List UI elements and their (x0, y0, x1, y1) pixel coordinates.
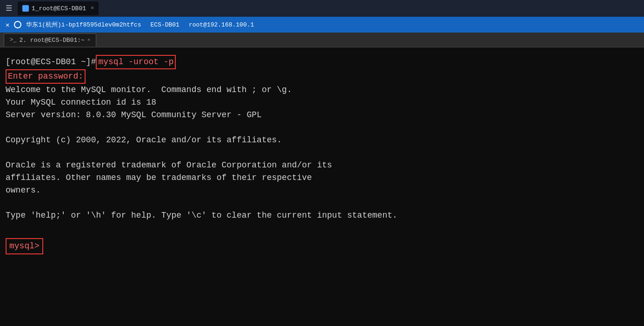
help-line: Type 'help;' or '\h' for help. Type '\c'… (6, 209, 638, 222)
empty-line-1 (6, 121, 638, 134)
toolbar-bar: ✕ 华东1(杭州)i-bp1f8595dlev0m2htfcs ECS-DB01… (0, 17, 644, 33)
tab-label: 1_root@ECS-DB01 (32, 5, 86, 12)
password-line: Enter password: (6, 69, 638, 84)
globe-icon (14, 21, 21, 28)
oracle-tm-line2: affiliates. Other names may be trademark… (6, 172, 638, 184)
prompt-line: [root@ECS-DB01 ~]# mysql -uroot -p (6, 55, 638, 69)
prompt-text: [root@ECS-DB01 ~]# (6, 56, 96, 68)
session-tab-label: 2. root@ECS-DB01:~ (19, 37, 84, 44)
title-bar: ☰ 1_root@ECS-DB01 × (0, 0, 644, 17)
terminal-area[interactable]: [root@ECS-DB01 ~]# mysql -uroot -p Enter… (0, 47, 644, 326)
session-tab-close-icon[interactable]: × (87, 37, 91, 43)
toolbar-user-label: root@192.168.100.1 (189, 21, 254, 28)
command-highlight: mysql -uroot -p (96, 55, 176, 69)
tab-icon (22, 5, 29, 12)
empty-line-4 (6, 222, 638, 234)
session-tab[interactable]: >_ 2. root@ECS-DB01:~ × (4, 33, 96, 47)
server-version-line: Server version: 8.0.30 MySQL Community S… (6, 109, 638, 121)
toolbar-disconnect-icon[interactable]: ✕ (6, 21, 9, 29)
password-highlight: Enter password: (6, 69, 86, 84)
empty-line-3 (6, 197, 638, 209)
copyright-line: Copyright (c) 2000, 2022, Oracle and/or … (6, 134, 638, 146)
oracle-tm-line1: Oracle is a registered trademark of Orac… (6, 159, 638, 172)
session-tab-bar: >_ 2. root@ECS-DB01:~ × (0, 33, 644, 47)
toolbar-instance-label: ECS-DB01 (150, 21, 179, 28)
welcome-line: Welcome to the MySQL monitor. Commands e… (6, 84, 638, 96)
connection-id-line: Your MySQL connection id is 18 (6, 96, 638, 109)
title-tab[interactable]: 1_root@ECS-DB01 × (18, 1, 99, 15)
oracle-tm-line3: owners. (6, 184, 638, 197)
terminal-icon: >_ (10, 37, 16, 43)
title-tab-close-icon[interactable]: × (91, 5, 94, 12)
mysql-prompt-line: mysql> (6, 234, 638, 254)
empty-line-2 (6, 146, 638, 159)
toolbar-server-label: 华东1(杭州)i-bp1f8595dlev0m2htfcs (26, 20, 141, 29)
menu-icon[interactable]: ☰ (4, 2, 14, 15)
mysql-prompt: mysql> (6, 238, 43, 254)
